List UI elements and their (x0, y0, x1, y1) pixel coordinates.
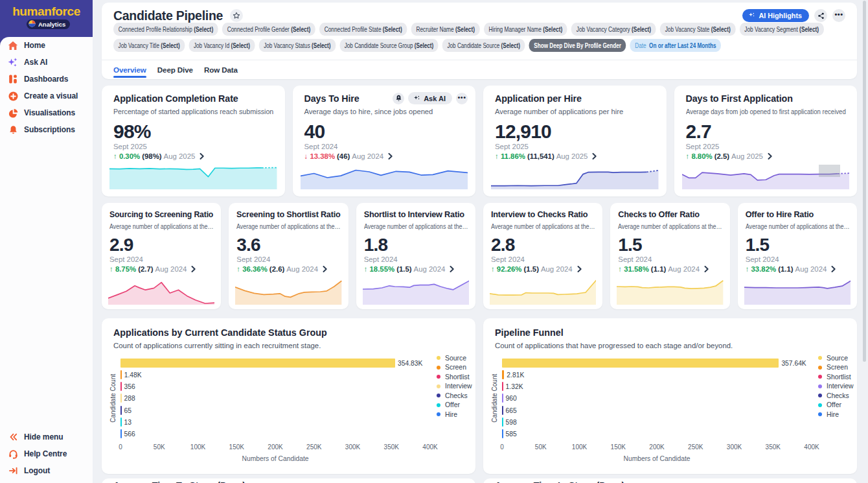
chevron-right-icon[interactable] (577, 266, 582, 272)
kpi-period: Sept 2025 (113, 143, 273, 150)
sidebar-item-logout[interactable]: Logout (0, 462, 93, 479)
legend-item-interview[interactable]: Interview (818, 382, 854, 392)
sidebar-item-help-centre[interactable]: Help Centre (0, 445, 93, 462)
sidebar-item-visualisations[interactable]: Visualisations (0, 104, 93, 121)
filter-chip-job-vacancy-category[interactable]: Job Vacancy Category(Select) (571, 23, 656, 36)
x-axis-tick: 350K (384, 443, 399, 451)
kpi-delta: ↓ 13.38% (46) Aug 2024 (304, 152, 464, 160)
legend-label: Interview (827, 383, 854, 390)
filter-chip-job-candidate-source-group[interactable]: Job Candidate Source Group(Select) (339, 39, 439, 52)
bar-shortlist[interactable] (502, 382, 503, 391)
bar-interview[interactable] (120, 394, 122, 403)
alert-button[interactable] (393, 93, 404, 104)
ai-highlights-button[interactable]: AI Highlights (742, 9, 809, 22)
tab-row-data[interactable]: Row Data (204, 60, 238, 79)
filter-chip-job-candidate-source[interactable]: Job Candidate Source(Select) (442, 39, 525, 52)
filter-chip-hiring-manager-name[interactable]: Hiring Manager Name(Select) (484, 23, 567, 36)
kpi-card-application-per-hire: Application per Hire Average number of a… (483, 86, 667, 196)
bar-value-label: 1.32K (506, 383, 523, 390)
page-scrollbar[interactable] (863, 1, 866, 362)
bar-value-label: 65 (124, 406, 131, 414)
kpi-value: 12,910 (495, 122, 655, 141)
legend-item-shortlist[interactable]: Shortlist (437, 372, 472, 382)
sidebar-item-home[interactable]: Home (0, 37, 93, 54)
filter-chip-recruiter-name[interactable]: Recruiter Name(Select) (411, 23, 480, 36)
card-more-button[interactable]: ••• (456, 93, 468, 104)
legend-item-offer[interactable]: Offer (437, 401, 472, 410)
ask-ai-label: Ask AI (424, 95, 446, 102)
legend-item-screen[interactable]: Screen (437, 363, 472, 373)
legend-item-source[interactable]: Source (437, 353, 472, 363)
filter-chip-job-vacancy-title[interactable]: Job Vacancy Title(Select) (113, 39, 185, 52)
legend-item-hire[interactable]: Hire (437, 410, 472, 419)
filter-chip-date[interactable]: Date On or after Last 24 Months (630, 39, 721, 52)
tab-overview[interactable]: Overview (113, 60, 146, 79)
bar-value-label: 665 (506, 406, 517, 414)
legend-item-shortlist[interactable]: Shortlist (818, 372, 854, 382)
analytics-badge-label: Analytics (38, 21, 65, 28)
tabs-bar: OverviewDeep DiveRow Data (102, 60, 857, 79)
filter-chip-job-vacancy-segment[interactable]: Job Vacancy Segment(Select) (740, 23, 824, 36)
sidebar-item-subscriptions[interactable]: Subscriptions (0, 121, 93, 138)
chevron-right-icon[interactable] (200, 153, 204, 159)
tab-deep-dive[interactable]: Deep Dive (157, 60, 193, 79)
bar-screen[interactable] (502, 370, 504, 379)
more-options-button[interactable]: ••• (832, 9, 845, 22)
logout-icon (8, 465, 18, 476)
bar-screen[interactable] (120, 370, 122, 379)
chevron-right-icon[interactable] (831, 266, 836, 272)
sparkles-icon (8, 57, 18, 67)
bar-hire[interactable] (120, 429, 122, 438)
chevron-right-icon[interactable] (592, 153, 597, 159)
legend-label: Interview (445, 383, 472, 390)
chevron-right-icon[interactable] (323, 266, 327, 272)
chart-plot-area: Candidate Count357.64K2.81K1.32K96066559… (483, 318, 857, 474)
legend-dot-icon (818, 403, 822, 407)
bar-hire[interactable] (502, 429, 503, 438)
chevron-right-icon[interactable] (388, 153, 393, 159)
filter-chip-job-vacancy-status[interactable]: Job Vacancy Status(Select) (259, 39, 336, 52)
kpi-subtitle: Average number of applications at the… (364, 222, 451, 230)
filter-chip-job-vacancy-state[interactable]: Job Vacancy State(Select) (660, 23, 735, 36)
sidebar-item-create-a-visual[interactable]: Create a visual (0, 88, 93, 104)
legend-item-hire[interactable]: Hire (818, 410, 854, 419)
legend-item-checks[interactable]: Checks (818, 391, 854, 401)
legend-item-screen[interactable]: Screen (818, 363, 854, 373)
filter-chip-connected-profile-gender[interactable]: Connected Profile Gender(Select) (222, 23, 315, 36)
sidebar-item-hide-menu[interactable]: Hide menu (0, 429, 93, 445)
bar-shortlist[interactable] (120, 382, 122, 391)
bar-checks[interactable] (502, 406, 503, 415)
sidebar-item-ask-ai[interactable]: Ask AI (0, 54, 93, 71)
kpi-delta: ↑ 92.26% (1.5) Aug 2024 (491, 265, 595, 273)
kpi-subtitle: Average number of applications at the… (236, 222, 323, 230)
share-button[interactable] (814, 9, 827, 22)
kpi-title: Days to First Application (686, 93, 846, 104)
filter-chip-job-vacancy-id[interactable]: Job Vacancy Id(Select) (188, 39, 255, 52)
ask-ai-button[interactable]: Ask AI (408, 92, 452, 104)
kpi-delta: ↑ 18.55% (1.5) Aug 2024 (364, 265, 468, 273)
x-axis-tick: 400K (422, 443, 437, 451)
legend-item-checks[interactable]: Checks (437, 391, 472, 401)
chevron-right-icon[interactable] (191, 266, 196, 272)
favorite-button[interactable] (230, 9, 243, 22)
bar-source[interactable] (502, 359, 779, 368)
filter-chip-connected-profile-state[interactable]: Connected Profile State(Select) (319, 23, 407, 36)
legend-item-offer[interactable]: Offer (818, 401, 854, 410)
chevron-right-icon[interactable] (768, 153, 772, 159)
x-axis-tick: 250K (688, 443, 703, 451)
bar-offer[interactable] (502, 418, 503, 427)
kpi-delta: ↑ 36.36% (2.6) Aug 2024 (236, 265, 340, 273)
sidebar-item-dashboards[interactable]: Dashboards (0, 71, 93, 88)
kpi-period: Sept 2025 (686, 143, 846, 150)
bar-offer[interactable] (120, 418, 122, 427)
chevron-right-icon[interactable] (704, 266, 709, 272)
filter-chip-show-deep-dive-by-profile-gender[interactable]: Show Deep Dive By Profile Gender (529, 39, 626, 52)
legend-item-interview[interactable]: Interview (437, 382, 472, 392)
bar-interview[interactable] (502, 394, 503, 403)
filter-chip-connected-profile-relationship[interactable]: Connected Profile Relationship(Select) (113, 23, 218, 36)
chart-card-average-time-to-stage--days-: Average Time To Stage (Days) (102, 478, 475, 483)
bar-source[interactable] (120, 359, 395, 368)
chevron-right-icon[interactable] (450, 266, 454, 272)
bar-checks[interactable] (120, 406, 122, 415)
legend-item-source[interactable]: Source (818, 353, 854, 363)
